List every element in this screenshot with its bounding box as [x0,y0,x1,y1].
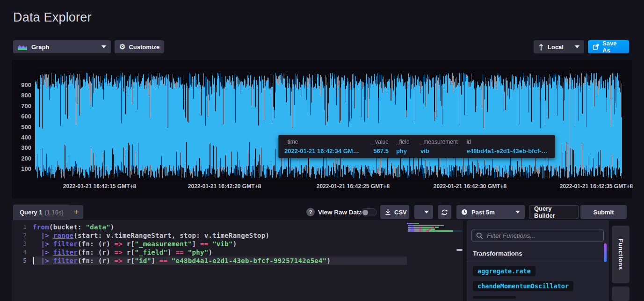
x-tick-label: 2022-01-21 16:42:20 GMT+8 [188,183,261,190]
functions-tab-label: Functions [617,239,624,270]
query-tab[interactable]: Query 1 (1.16s) [13,205,70,220]
y-tick-label: 100 [12,165,31,172]
line-number: 5 [12,257,33,265]
tooltip-header: _measurement [420,139,459,145]
view-raw-data-label: View Raw Data [318,209,362,216]
tooltip-column: _fieldphy [396,139,413,154]
csv-label: CSV [394,209,407,216]
pause-button[interactable] [414,205,433,219]
customize-label: Customize [129,44,159,51]
local-dropdown[interactable]: Local [534,40,584,53]
clock-icon [461,209,468,215]
x-tick-label: 2022-01-21 16:42:30 GMT+8 [434,183,507,190]
code-line: |> filter(fn: (r) => r["_measurement"] =… [33,240,407,248]
tooltip-column: ide48bd4a1-e2d1-43eb-bfcf-992... [467,139,549,154]
line-numbers: 12345 [12,223,33,265]
save-as-label: Save As [602,40,624,54]
add-query-button[interactable]: + [69,205,83,219]
time-range-label: Past 5m [471,209,495,216]
functions-panel: Transformations aggregate.ratechandeMome… [467,220,609,301]
y-tick-label: 800 [12,92,31,99]
chevron-down-icon [515,211,520,213]
tooltip-column: _time2022-01-21 16:42:34 GMT+8 [284,139,360,154]
y-tick-label: 500 [12,124,31,131]
y-tick-label: 200 [12,155,31,162]
y-tick-label: 600 [12,113,31,120]
minimap-line [407,225,462,226]
minimap-line [407,223,462,224]
code-line: |> range(start: v.timeRangeStart, stop: … [33,231,407,240]
export-icon [593,44,599,50]
tooltip-value: 2022-01-21 16:42:34 GMT+8 [284,147,360,154]
query-tab-label: Query 1 [20,209,42,216]
graph-panel: 100200300400500600700800900 2022-01-21 1… [12,60,632,198]
upload-icon [538,44,544,51]
line-number: 3 [12,240,33,248]
query-builder-label: Query Builder [534,205,573,219]
page-title: Data Explorer [13,10,92,25]
save-as-button[interactable]: Save As [588,40,629,53]
y-tick-label: 300 [12,144,31,151]
chevron-down-icon [101,45,106,48]
view-raw-data-toggle[interactable] [361,208,377,216]
flux-code-editor[interactable]: 12345 from(bucket: "data") |> range(star… [12,220,463,301]
tooltip-value: 567.5 [368,147,389,154]
overview-ruler-marker[interactable] [456,249,463,251]
text-cursor [33,257,34,264]
time-series-chart[interactable] [35,70,622,181]
submit-label: Submit [593,209,614,216]
scrollbar-thumb[interactable] [604,243,607,262]
x-tick-label: 2022-01-21 16:42:35 GMT+8 [560,183,633,190]
graph-type-icon [18,44,27,50]
customize-button[interactable]: ⚙ Customize [115,40,164,53]
download-icon [385,209,391,215]
y-tick-label: 900 [12,81,31,88]
function-item-partial[interactable] [473,296,516,299]
time-range-dropdown[interactable]: Past 5m [456,205,525,219]
hover-tooltip: _time2022-01-21 16:42:34 GMT+8_value567.… [278,135,555,158]
hover-crosshair [570,70,570,181]
code-line: from(bucket: "data") [33,223,407,231]
x-tick-label: 2022-01-21 16:42:25 GMT+8 [317,183,390,190]
tooltip-column: _value567.5 [368,139,389,154]
editor-minimap[interactable] [407,223,462,232]
y-tick-label: 700 [12,103,31,110]
query-bar: Query 1 (1.16s) + ? View Raw Data CSV [0,205,644,220]
tab-secondary-partial[interactable] [612,286,630,301]
filter-functions-input[interactable] [471,229,604,242]
tab-functions[interactable]: Functions [612,226,630,283]
code-area[interactable]: from(bucket: "data") |> range(start: v.t… [33,223,407,265]
tooltip-header: _field [396,139,413,145]
x-tick-label: 2022-01-21 16:42:15 GMT+8 [63,183,136,190]
view-type-label: Graph [31,44,49,51]
data-explorer-screen: Data Explorer Graph ⚙ Customize Local [0,0,644,301]
chevron-down-icon [424,211,429,213]
view-type-dropdown[interactable]: Graph [13,40,111,53]
tooltip-header: _time [284,139,360,145]
function-item[interactable]: chandeMomentumOscillator [473,281,573,291]
tooltip-value: e48bd4a1-e2d1-43eb-bfcf-992... [467,147,549,154]
minimap-line [407,228,462,230]
function-item[interactable]: aggregate.rate [473,266,535,276]
submit-button[interactable]: Submit [580,205,627,219]
minimap-line [407,227,462,228]
y-tick-label: 400 [12,134,31,141]
divider [467,262,602,262]
transformations-header: Transformations [473,250,522,257]
refresh-icon [441,209,448,216]
tooltip-header: _value [368,139,389,145]
line-number: 4 [12,248,33,257]
line-number: 1 [12,223,33,231]
tooltip-value: phy [396,147,413,154]
functions-list: aggregate.ratechandeMomentumOscillator [473,266,573,299]
csv-download-button[interactable]: CSV [380,205,409,219]
help-icon[interactable]: ? [306,208,315,216]
toggle-knob [362,210,368,215]
refresh-button[interactable] [438,205,451,219]
minimap-line [407,230,462,232]
line-number: 2 [12,231,33,240]
query-builder-button[interactable]: Query Builder [529,205,579,219]
tooltip-value: vib [420,147,459,154]
code-line: |> filter(fn: (r) => r["id"] == "e48bd4a… [33,257,407,265]
local-label: Local [548,44,564,51]
